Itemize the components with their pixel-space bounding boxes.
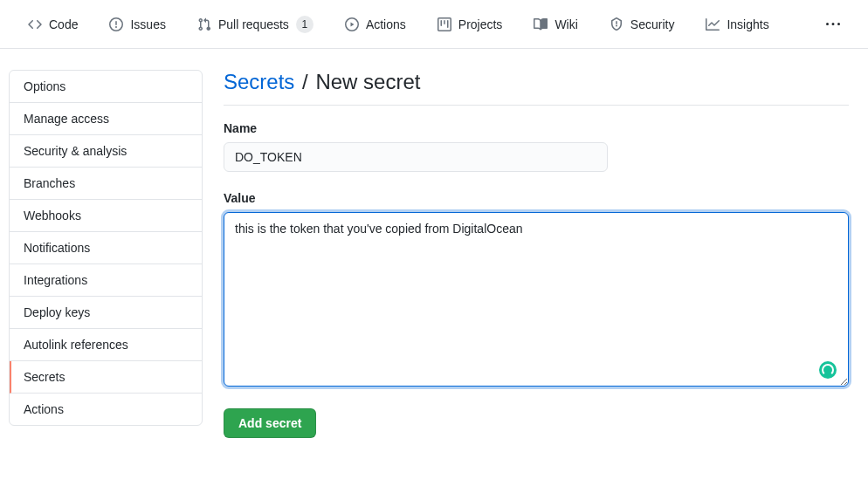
sidebar-item-options[interactable]: Options (10, 71, 202, 103)
settings-layout: Options Manage access Security & analysi… (0, 49, 868, 438)
tab-security-label: Security (630, 17, 675, 31)
page-heading: Secrets / New secret (224, 70, 849, 106)
tab-code[interactable]: Code (14, 10, 92, 38)
sidebar-item-secrets[interactable]: Secrets (10, 361, 202, 394)
pull-request-icon (197, 17, 211, 31)
sidebar-menu: Options Manage access Security & analysi… (9, 70, 203, 426)
name-label: Name (224, 121, 849, 135)
graph-icon (706, 17, 720, 31)
tab-code-label: Code (49, 17, 78, 31)
tab-projects-label: Projects (458, 17, 503, 31)
value-field-group: Value (224, 191, 849, 389)
sidebar-item-label: Integrations (24, 273, 87, 287)
repo-nav: Code Issues Pull requests 1 Actions Proj… (0, 0, 868, 49)
sidebar-item-label: Manage access (24, 112, 109, 126)
sidebar-item-label: Branches (24, 176, 75, 190)
grammarly-icon[interactable] (819, 361, 837, 379)
sidebar-item-deploy-keys[interactable]: Deploy keys (10, 297, 202, 329)
tab-pull-requests-label: Pull requests (218, 17, 289, 31)
sidebar-item-label: Notifications (24, 241, 90, 255)
breadcrumb-separator: / (302, 70, 308, 93)
issue-icon (109, 17, 123, 31)
kebab-icon (826, 17, 840, 31)
name-input[interactable] (224, 142, 608, 172)
value-label: Value (224, 191, 849, 205)
sidebar-item-integrations[interactable]: Integrations (10, 264, 202, 297)
sidebar-item-security-analysis[interactable]: Security & analysis (10, 135, 202, 168)
play-icon (345, 17, 359, 31)
sidebar-item-autolink-references[interactable]: Autolink references (10, 329, 202, 361)
name-field-group: Name (224, 121, 849, 172)
sidebar-item-label: Secrets (24, 370, 65, 384)
add-secret-button[interactable]: Add secret (224, 408, 316, 438)
value-textarea[interactable] (224, 212, 849, 387)
tab-insights-label: Insights (727, 17, 768, 31)
project-icon (437, 17, 451, 31)
tab-actions-label: Actions (366, 17, 406, 31)
breadcrumb-parent[interactable]: Secrets (224, 70, 294, 93)
sidebar-item-webhooks[interactable]: Webhooks (10, 200, 202, 232)
sidebar-item-manage-access[interactable]: Manage access (10, 103, 202, 135)
sidebar-item-notifications[interactable]: Notifications (10, 232, 202, 264)
sidebar-item-label: Webhooks (24, 209, 81, 222)
tab-issues-label: Issues (130, 17, 165, 31)
sidebar-item-label: Actions (24, 402, 64, 416)
main-content: Secrets / New secret Name Value Add secr… (224, 70, 868, 438)
tab-actions[interactable]: Actions (331, 10, 420, 38)
tab-issues[interactable]: Issues (95, 10, 179, 38)
tab-pull-requests[interactable]: Pull requests 1 (183, 9, 327, 40)
tab-security[interactable]: Security (596, 10, 689, 38)
sidebar-item-actions[interactable]: Actions (10, 394, 202, 425)
pull-requests-count: 1 (296, 16, 313, 33)
more-menu[interactable] (812, 10, 854, 38)
tab-wiki[interactable]: Wiki (520, 10, 591, 38)
breadcrumb-current: New secret (315, 70, 420, 93)
settings-sidebar: Options Manage access Security & analysi… (9, 70, 203, 438)
textarea-wrapper (224, 212, 849, 389)
tab-wiki-label: Wiki (555, 17, 577, 31)
tab-projects[interactable]: Projects (424, 10, 517, 38)
sidebar-item-label: Autolink references (24, 338, 128, 352)
sidebar-item-branches[interactable]: Branches (10, 168, 202, 200)
sidebar-item-label: Deploy keys (24, 305, 90, 319)
sidebar-item-label: Security & analysis (24, 144, 127, 158)
shield-icon (610, 17, 623, 31)
book-icon (534, 17, 548, 31)
sidebar-item-label: Options (24, 79, 65, 93)
tab-insights[interactable]: Insights (692, 10, 782, 38)
code-icon (28, 17, 42, 31)
